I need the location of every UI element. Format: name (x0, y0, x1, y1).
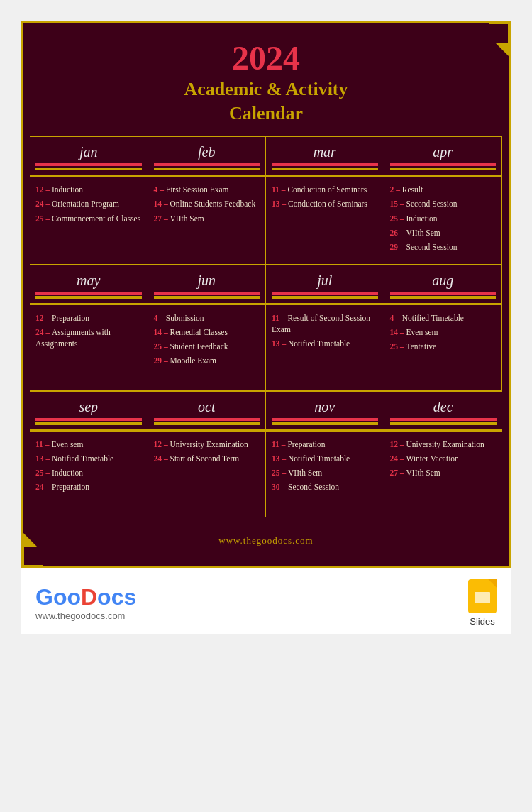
event-date: 29 (390, 243, 399, 251)
event-item: 25 – VIIth Sem (272, 467, 378, 478)
event-item: 24 – Start of Second Term (154, 453, 260, 464)
accent-bar-yellow (272, 422, 378, 425)
event-item: 24 – Preparation (35, 481, 142, 493)
month-name-jan: jan (33, 144, 145, 160)
accent-bar-red (35, 418, 142, 421)
event-separator: – (44, 468, 52, 477)
diagonal-decoration-bl (21, 531, 37, 547)
event-item: 25 – Tentative (390, 341, 497, 352)
event-text: Induction (406, 214, 438, 223)
event-item: 12 – University Examination (390, 439, 497, 450)
website-footer: www.thegoodocs.com (30, 525, 502, 552)
event-date: 24 (35, 199, 44, 208)
month-events-oct: 12 – University Examination24 – Start of… (148, 432, 266, 517)
month-col-oct: oct12 – University Examination24 – Start… (148, 392, 267, 517)
brand-right: Slides (468, 579, 497, 627)
month-events-may: 12 – Preparation24 – Assignments with As… (30, 305, 148, 390)
month-col-feb: feb4 – First Session Exam14 – Online Stu… (148, 137, 267, 264)
event-text: Conduction of Seminars (287, 185, 367, 194)
diagonal-decoration-tr (495, 43, 511, 58)
event-date: 25 (154, 342, 162, 351)
event-item: 25 – Student Feedback (154, 341, 260, 352)
event-text: Preparation (52, 314, 89, 322)
year-title: 2024 (37, 40, 495, 77)
event-separator: – (398, 229, 406, 237)
month-header-aug: aug (384, 265, 502, 305)
event-date: 25 (390, 342, 399, 351)
month-events-jul: 11 – Result of Second Session Exam13 – N… (266, 305, 384, 390)
event-separator: – (162, 454, 170, 463)
accent-bar-red (154, 418, 260, 421)
month-name-nov: nov (269, 399, 381, 415)
event-text: Remedial Classes (170, 328, 228, 336)
event-item: 26 – VIIth Sem (390, 227, 497, 238)
month-name-feb: feb (151, 144, 263, 160)
event-date: 12 (35, 185, 44, 194)
month-col-jul: jul11 – Result of Second Session Exam13 … (266, 265, 384, 391)
event-separator: – (280, 199, 289, 208)
event-text: University Examination (170, 440, 248, 449)
event-text: VIIth Sem (406, 229, 440, 237)
calendar-grid: jan12 – Induction24 – Orientation Progra… (30, 136, 502, 517)
accent-bar-yellow (154, 168, 260, 170)
event-date: 14 (154, 328, 162, 336)
event-separator: – (157, 185, 166, 194)
event-item: 25 – Induction (390, 213, 497, 224)
event-text: VIIth Sem (288, 468, 322, 477)
month-events-nov: 11 – Preparation13 – Notified Timetable2… (266, 432, 384, 517)
month-name-aug: aug (387, 273, 499, 289)
month-header-apr: apr (384, 137, 502, 177)
month-col-dec: dec12 – University Examination24 – Winte… (384, 392, 503, 517)
month-col-aug: aug4 – Notified Timetable14 – Even sem25… (384, 265, 503, 391)
event-text: Conduction of Seminars (288, 199, 367, 208)
accent-bar-red (272, 418, 378, 421)
calendar-card: 2024 Academic & Activity Calendar jan12 … (21, 21, 511, 568)
month-col-jun: jun4 – Submission14 – Remedial Classes25… (148, 265, 267, 391)
event-separator: – (398, 342, 406, 351)
event-separator: – (280, 468, 289, 477)
event-separator: – (44, 314, 52, 322)
month-name-sep: sep (33, 399, 145, 415)
event-item: 14 – Remedial Classes (154, 327, 260, 338)
month-events-apr: 2 – Result15 – Second Session25 – Induct… (384, 177, 502, 263)
event-separator: – (279, 314, 288, 322)
accent-bar-yellow (390, 422, 497, 425)
event-text: VIIth Sem (170, 214, 204, 223)
accent-bar-yellow (390, 168, 497, 170)
event-text: Tentative (406, 342, 437, 351)
event-separator: – (280, 454, 289, 463)
accent-bar-red (390, 292, 497, 295)
event-separator: – (394, 314, 402, 322)
month-header-jul: jul (266, 265, 384, 305)
month-header-oct: oct (148, 392, 266, 432)
event-separator: – (162, 199, 170, 208)
month-events-sep: 11 – Even sem13 – Notified Timetable25 –… (30, 432, 148, 517)
event-separator: – (162, 440, 170, 449)
logo-ocs: ocs (97, 584, 136, 610)
accent-bar-red (390, 418, 497, 421)
event-separator: – (279, 185, 288, 194)
event-text: Second Session (288, 483, 339, 491)
event-item: 13 – Notified Timetable (35, 453, 142, 464)
event-date: 14 (154, 199, 162, 208)
accent-bar-yellow (390, 296, 497, 299)
event-date: 12 (35, 314, 44, 322)
accent-bar-yellow (154, 296, 260, 299)
event-text: Preparation (52, 483, 89, 491)
event-item: 13 – Notified Timetable (272, 338, 378, 349)
event-date: 11 (35, 440, 43, 449)
month-col-sep: sep11 – Even sem13 – Notified Timetable2… (30, 392, 148, 517)
brand-url: www.thegoodocs.com (35, 610, 136, 621)
accent-bar-yellow (154, 422, 260, 425)
event-item: 12 – Induction (35, 184, 142, 195)
event-separator: – (44, 483, 52, 491)
event-text: Start of Second Term (170, 454, 240, 463)
event-text: Preparation (287, 440, 325, 449)
month-name-apr: apr (387, 144, 499, 160)
event-date: 30 (272, 483, 280, 491)
event-separator: – (398, 328, 406, 336)
event-date: 26 (390, 229, 399, 237)
accent-bar-yellow (35, 422, 142, 425)
event-text: Submission (166, 314, 204, 322)
accent-bar-yellow (35, 168, 142, 170)
